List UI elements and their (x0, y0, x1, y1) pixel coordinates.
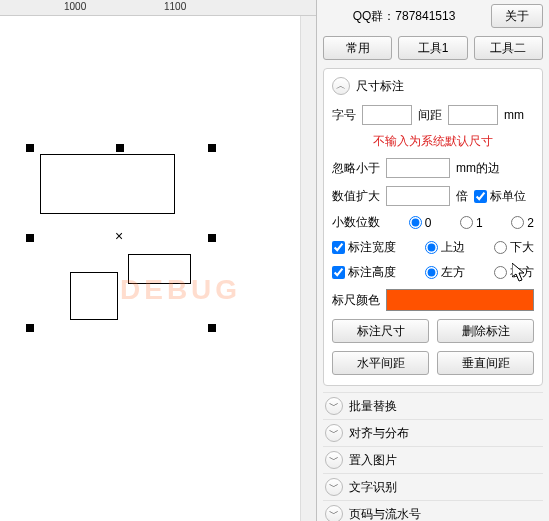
canvas-area: 1000 1100 × DEBUG (0, 0, 316, 521)
section-dimension: ︿ 尺寸标注 字号 间距 mm 不输入为系统默认尺寸 忽略小于 mm的边 数值扩… (323, 68, 543, 386)
side-top-radio[interactable]: 上边 (425, 239, 465, 256)
accordion-page-serial[interactable]: ﹀页码与流水号 (323, 500, 543, 521)
delete-mark-button[interactable]: 删除标注 (437, 319, 534, 343)
gap-label: 间距 (418, 107, 442, 124)
decimals-2-radio[interactable]: 2 (511, 216, 534, 230)
default-warning: 不输入为系统默认尺寸 (332, 133, 534, 150)
watermark: DEBUG (120, 274, 241, 306)
accordion-align-distribute[interactable]: ﹀对齐与分布 (323, 419, 543, 446)
scale-label: 数值扩大 (332, 188, 380, 205)
selection-handle[interactable] (26, 324, 34, 332)
selection-handle[interactable] (116, 144, 124, 152)
chevron-down-icon: ﹀ (325, 505, 343, 521)
ignore-label: 忽略小于 (332, 160, 380, 177)
drawing-canvas[interactable]: × DEBUG (0, 16, 316, 521)
selection-center-icon: × (115, 228, 123, 244)
gap-input[interactable] (448, 105, 498, 125)
tab-tool2[interactable]: 工具二 (474, 36, 543, 60)
scale-input[interactable] (386, 186, 450, 206)
mark-unit-checkbox[interactable]: 标单位 (474, 188, 526, 205)
ruler-tick: 1000 (64, 1, 86, 12)
font-size-input[interactable] (362, 105, 412, 125)
ignore-input[interactable] (386, 158, 450, 178)
scale-suffix: 倍 (456, 188, 468, 205)
mark-width-checkbox[interactable]: 标注宽度 (332, 239, 396, 256)
vertical-scrollbar[interactable] (300, 16, 316, 521)
accordion-text-recognition[interactable]: ﹀文字识别 (323, 473, 543, 500)
selection-handle[interactable] (26, 234, 34, 242)
tab-common[interactable]: 常用 (323, 36, 392, 60)
decimals-1-radio[interactable]: 1 (460, 216, 483, 230)
chevron-up-icon[interactable]: ︿ (332, 77, 350, 95)
shape-rect[interactable] (40, 154, 175, 214)
selection-handle[interactable] (208, 144, 216, 152)
accordion-batch-replace[interactable]: ﹀批量替换 (323, 392, 543, 419)
about-button[interactable]: 关于 (491, 4, 543, 28)
chevron-down-icon: ﹀ (325, 451, 343, 469)
selection-handle[interactable] (208, 234, 216, 242)
side-right-radio[interactable]: 右方 (494, 264, 534, 281)
ignore-suffix: mm的边 (456, 160, 500, 177)
side-bottom-radio[interactable]: 下大 (494, 239, 534, 256)
chevron-down-icon: ﹀ (325, 424, 343, 442)
horizontal-ruler: 1000 1100 (0, 0, 316, 16)
ruler-color-swatch[interactable] (386, 289, 534, 311)
side-left-radio[interactable]: 左方 (425, 264, 465, 281)
mark-dimension-button[interactable]: 标注尺寸 (332, 319, 429, 343)
shape-rect[interactable] (70, 272, 118, 320)
qq-group-label: QQ群：787841513 (323, 8, 485, 25)
font-size-label: 字号 (332, 107, 356, 124)
section-title: 尺寸标注 (356, 78, 404, 95)
chevron-down-icon: ﹀ (325, 397, 343, 415)
tab-tool1[interactable]: 工具1 (398, 36, 467, 60)
side-panel: QQ群：787841513 关于 常用 工具1 工具二 ︿ 尺寸标注 字号 间距… (316, 0, 549, 521)
selection-handle[interactable] (26, 144, 34, 152)
mark-height-checkbox[interactable]: 标注高度 (332, 264, 396, 281)
chevron-down-icon: ﹀ (325, 478, 343, 496)
horizontal-gap-button[interactable]: 水平间距 (332, 351, 429, 375)
ruler-color-label: 标尺颜色 (332, 292, 380, 309)
decimals-label: 小数位数 (332, 214, 380, 231)
vertical-gap-button[interactable]: 垂直间距 (437, 351, 534, 375)
ruler-tick: 1100 (164, 1, 186, 12)
selection-handle[interactable] (208, 324, 216, 332)
unit-mm-label: mm (504, 108, 524, 122)
decimals-0-radio[interactable]: 0 (409, 216, 432, 230)
accordion-place-image[interactable]: ﹀置入图片 (323, 446, 543, 473)
